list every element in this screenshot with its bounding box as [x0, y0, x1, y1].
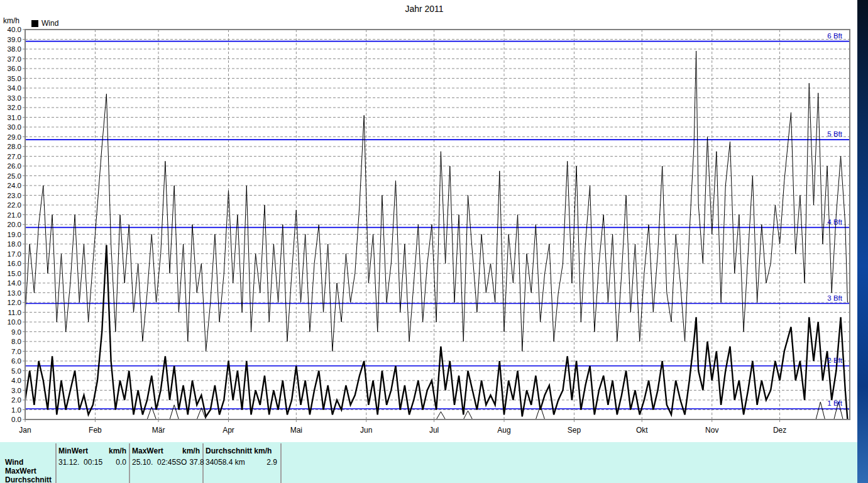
- maxwert-value-cell: 25.10. 02:45 SO 37.8: [132, 458, 200, 467]
- month-label: Jan: [19, 426, 31, 435]
- y-tick-label: 24.0: [8, 182, 21, 189]
- y-tick-label: 4.0: [11, 377, 21, 384]
- y-tick-label: 0.0: [11, 416, 21, 423]
- y-tick-label: 1.0: [11, 406, 21, 414]
- y-tick-label: 28.0: [8, 143, 21, 150]
- y-tick-label: 14.0: [8, 279, 21, 287]
- y-tick-label: 36.0: [8, 65, 21, 72]
- y-tick-label: 6.0: [11, 357, 21, 365]
- month-label: Nov: [705, 426, 718, 435]
- maxwert-datetime: 25.10. 02:45: [132, 458, 176, 467]
- y-tick-label: 11.0: [8, 309, 21, 316]
- beaufort-label: 1 Bft: [827, 399, 842, 407]
- y-tick-label: 9.0: [11, 328, 21, 336]
- minwert-header-unit: km/h: [109, 447, 126, 455]
- y-tick-label: 15.0: [8, 270, 21, 277]
- stats-table: Wind MaxWert Durchschnitt MinWert km/h M…: [0, 442, 857, 483]
- avg-header: Durchschnitt km/h: [206, 447, 277, 455]
- y-tick-label: 32.0: [8, 104, 21, 111]
- y-tick-label: 33.0: [8, 94, 21, 102]
- month-label: Sep: [568, 426, 581, 435]
- y-tick-label: 38.0: [8, 45, 21, 53]
- month-label: Apr: [222, 426, 234, 435]
- avg-header-label: Durchschnitt km/h: [206, 447, 272, 455]
- month-label: Aug: [497, 426, 510, 435]
- y-tick-label: 22.0: [8, 201, 21, 209]
- y-tick-label: 29.0: [8, 133, 21, 141]
- maxwert-header-unit: km/h: [182, 447, 200, 455]
- month-label: Jul: [429, 426, 439, 435]
- month-label: Feb: [89, 426, 102, 435]
- y-tick-label: 3.0: [11, 387, 21, 394]
- y-tick-label: 17.0: [8, 250, 21, 258]
- minwert-datetime: 31.12. 00:15: [58, 458, 102, 467]
- y-tick-label: 26.0: [8, 162, 21, 170]
- y-tick-label: 16.0: [8, 260, 21, 267]
- row-label-maxwert: MaxWert: [5, 467, 36, 475]
- month-label: Okt: [636, 426, 648, 435]
- wind-year-chart-window: Jahr 2011 km/h Wind 0.01.02.03.04.05.06.…: [0, 0, 868, 483]
- table-separator: [129, 443, 130, 483]
- y-tick-label: 20.0: [8, 221, 21, 228]
- y-tick-label: 19.0: [8, 231, 21, 238]
- row-label-wind: Wind: [5, 458, 23, 467]
- minwert-header-label: MinWert: [58, 447, 88, 455]
- y-tick-label: 13.0: [8, 289, 21, 297]
- avg-distance: 34058.4 km: [206, 458, 245, 467]
- beaufort-label: 3 Bft: [827, 294, 842, 302]
- avg-value: 2.9: [266, 458, 277, 467]
- month-label: Dez: [773, 426, 786, 435]
- y-tick-label: 2.0: [11, 396, 21, 404]
- beaufort-label: 6 Bft: [827, 32, 842, 40]
- maxwert-header: MaxWert km/h: [132, 447, 200, 455]
- maxwert-value: 37.8: [189, 458, 204, 467]
- minwert-value-cell: 31.12. 00:15 0.0: [58, 458, 126, 467]
- y-tick-label: 37.0: [8, 55, 21, 63]
- y-tick-label: 7.0: [11, 348, 21, 355]
- y-tick-label: 25.0: [8, 172, 21, 180]
- maxwert-direction: SO: [176, 458, 187, 467]
- desktop-background-strip: [857, 0, 868, 483]
- avg-value-cell: 34058.4 km 2.9: [206, 458, 277, 467]
- table-separator: [280, 443, 282, 483]
- wind-chart: 0.01.02.03.04.05.06.07.08.09.010.011.012…: [0, 0, 857, 440]
- y-tick-label: 34.0: [8, 84, 21, 92]
- y-tick-label: 18.0: [8, 240, 21, 248]
- y-tick-label: 40.0: [8, 26, 21, 33]
- y-tick-label: 21.0: [8, 211, 21, 219]
- y-tick-label: 8.0: [11, 338, 21, 345]
- minwert-value: 0.0: [116, 458, 126, 467]
- y-tick-label: 30.0: [8, 123, 21, 131]
- beaufort-label: 5 Bft: [827, 130, 842, 138]
- month-label: Mai: [290, 426, 302, 435]
- maxwert-header-label: MaxWert: [132, 447, 163, 455]
- y-tick-label: 39.0: [8, 36, 21, 43]
- y-tick-label: 12.0: [8, 299, 21, 306]
- table-separator: [55, 443, 57, 483]
- y-tick-label: 23.0: [8, 192, 21, 199]
- beaufort-label: 4 Bft: [827, 218, 842, 226]
- month-label: Mär: [152, 426, 165, 435]
- beaufort-label: 2 Bft: [827, 357, 842, 364]
- y-tick-label: 31.0: [8, 114, 21, 121]
- month-label: Jun: [360, 426, 372, 435]
- y-tick-label: 35.0: [8, 75, 21, 82]
- row-label-durchschnitt: Durchschnitt: [5, 475, 52, 483]
- y-tick-label: 27.0: [8, 153, 21, 160]
- y-tick-label: 5.0: [11, 367, 21, 375]
- minwert-header: MinWert km/h: [58, 447, 126, 455]
- y-tick-label: 10.0: [8, 318, 21, 326]
